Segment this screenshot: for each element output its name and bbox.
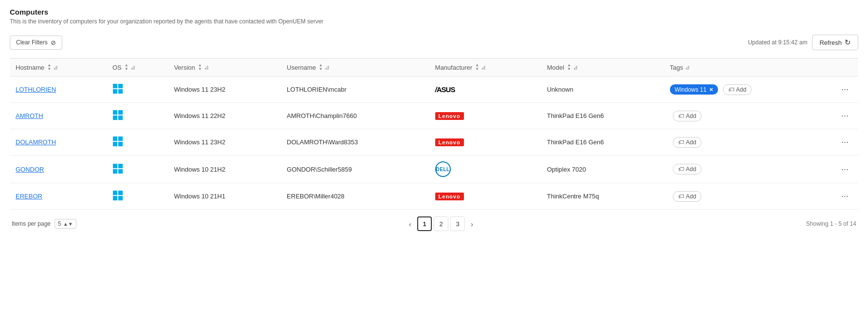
svg-rect-12 [113, 163, 117, 168]
clear-filters-button[interactable]: Clear Filters ⊘ [10, 36, 62, 50]
add-tag-label: Add [686, 139, 696, 146]
version-text: Windows 10 21H2 [174, 166, 225, 173]
row-more-button[interactable]: ··· [837, 82, 852, 97]
model-filter-icon[interactable]: ⊿ [573, 64, 578, 71]
cell-model: ThinkPad E16 Gen6 [541, 103, 664, 129]
cell-model: Optiplex 7020 [541, 156, 664, 183]
cell-username: DOLAMROTH\Ward8353 [281, 129, 429, 156]
tags-cell: Windows 11 × 🏷 Add [670, 84, 826, 95]
hostname-link[interactable]: LOTHLORIEN [16, 86, 56, 93]
tag-badge: Windows 11 × [670, 84, 718, 95]
cell-version: Windows 10 21H2 [168, 156, 281, 183]
per-page-select[interactable]: 5 ▲▼ [55, 219, 76, 229]
svg-rect-7 [118, 116, 123, 120]
add-tag-button[interactable]: 🏷 Add [673, 164, 702, 175]
manufacturer-filter-icon[interactable]: ⊿ [481, 64, 486, 71]
hostname-filter-icon[interactable]: ⊿ [53, 64, 58, 71]
table-row: EREBOR Windows 10 21H1 EREBOR\Miller4028… [10, 183, 858, 210]
tag-icon: 🏷 [678, 193, 684, 200]
page-1-button[interactable]: 1 [417, 216, 432, 231]
hostname-link[interactable]: DOLAMROTH [16, 138, 56, 146]
model-text: ThinkPad E16 Gen6 [547, 138, 604, 146]
hostname-link[interactable]: GONDOR [16, 166, 44, 173]
add-tag-button[interactable]: 🏷 Add [673, 111, 702, 121]
svg-rect-2 [113, 89, 117, 94]
table-row: GONDOR Windows 10 21H2 GONDOR\Schiller58… [10, 156, 858, 183]
version-sort-icon[interactable]: ▲▼ [198, 63, 202, 71]
pagination-nav: ‹ 1 2 3 › [405, 216, 477, 231]
per-page-value: 5 [58, 220, 61, 227]
add-tag-button[interactable]: 🏷 Add [723, 84, 752, 95]
os-icon [112, 110, 123, 120]
items-per-page-label: Items per page [12, 220, 51, 227]
username-text: EREBOR\Miller4028 [287, 193, 345, 200]
hostname-link[interactable]: EREBOR [16, 193, 42, 200]
version-text: Windows 11 22H2 [174, 112, 225, 119]
cell-username: AMROTH\Champlin7660 [281, 103, 429, 129]
next-page-button[interactable]: › [467, 218, 477, 230]
svg-rect-6 [113, 116, 117, 120]
cell-actions: ··· [831, 77, 858, 103]
clear-filters-label: Clear Filters [16, 39, 48, 46]
svg-rect-4 [113, 110, 117, 115]
hostname-sort-icon[interactable]: ▲▼ [47, 63, 51, 71]
os-icon [112, 83, 123, 94]
svg-rect-11 [118, 142, 123, 146]
lenovo-logo: Lenovo [435, 112, 464, 120]
svg-rect-1 [118, 84, 123, 88]
cell-model: Unknown [541, 77, 664, 103]
svg-rect-17 [118, 191, 123, 195]
version-text: Windows 10 21H1 [174, 193, 225, 200]
cell-actions: ··· [831, 129, 858, 156]
computers-table: Hostname ▲▼ ⊿ OS ▲▼ ⊿ Version ▲▼ [10, 58, 858, 210]
cell-model: ThinkPad E16 Gen6 [541, 129, 664, 156]
showing-text: Showing 1 - 5 of 14 [806, 220, 856, 227]
tags-filter-icon[interactable]: ⊿ [685, 64, 690, 71]
add-tag-button[interactable]: 🏷 Add [673, 137, 702, 148]
refresh-label: Refresh [819, 39, 842, 46]
tag-icon: 🏷 [678, 166, 684, 173]
os-filter-icon[interactable]: ⊿ [130, 64, 135, 71]
os-sort-icon[interactable]: ▲▼ [125, 63, 129, 71]
col-os: OS ▲▼ ⊿ [107, 59, 168, 77]
col-hostname: Hostname ▲▼ ⊿ [10, 59, 107, 77]
row-more-button[interactable]: ··· [837, 109, 852, 123]
model-text: ThinkCentre M75q [547, 193, 599, 200]
os-icon [112, 163, 123, 174]
username-text: LOTHLORIEN\mcabr [287, 86, 347, 93]
cell-username: EREBOR\Miller4028 [281, 183, 429, 210]
svg-rect-19 [118, 196, 123, 200]
dell-logo: DELL [435, 161, 451, 177]
cell-os [107, 129, 168, 156]
cell-os [107, 183, 168, 210]
per-page-chevron-icon: ▲▼ [63, 221, 73, 227]
cell-version: Windows 11 23H2 [168, 77, 281, 103]
row-more-button[interactable]: ··· [837, 162, 852, 176]
svg-rect-13 [118, 163, 123, 168]
model-text: ThinkPad E16 Gen6 [547, 112, 604, 119]
table-row: LOTHLORIEN Windows 11 23H2 LOTHLORIEN\mc… [10, 77, 858, 103]
row-more-button[interactable]: ··· [837, 135, 852, 149]
username-filter-icon[interactable]: ⊿ [325, 64, 330, 71]
hostname-link[interactable]: AMROTH [16, 112, 43, 119]
version-filter-icon[interactable]: ⊿ [204, 64, 209, 71]
refresh-button[interactable]: Refresh ↻ [812, 35, 858, 50]
svg-rect-15 [118, 169, 123, 173]
add-tag-button[interactable]: 🏷 Add [673, 191, 702, 202]
cell-hostname: LOTHLORIEN [10, 77, 107, 103]
version-text: Windows 11 23H2 [174, 138, 225, 146]
row-more-button[interactable]: ··· [837, 189, 852, 203]
username-sort-icon[interactable]: ▲▼ [319, 63, 323, 71]
cell-manufacturer: /ASUS [429, 77, 541, 103]
col-tags: Tags ⊿ [664, 59, 831, 77]
cell-username: GONDOR\Schiller5859 [281, 156, 429, 183]
cell-username: LOTHLORIEN\mcabr [281, 77, 429, 103]
tag-remove-icon[interactable]: × [709, 86, 713, 93]
pagination-bar: Items per page 5 ▲▼ ‹ 1 2 3 › Showing 1 … [10, 210, 858, 233]
manufacturer-sort-icon[interactable]: ▲▼ [475, 63, 479, 71]
prev-page-button[interactable]: ‹ [405, 218, 415, 230]
page-2-button[interactable]: 2 [434, 216, 448, 231]
add-tag-label: Add [686, 113, 696, 119]
page-3-button[interactable]: 3 [450, 216, 465, 231]
model-sort-icon[interactable]: ▲▼ [567, 63, 571, 71]
